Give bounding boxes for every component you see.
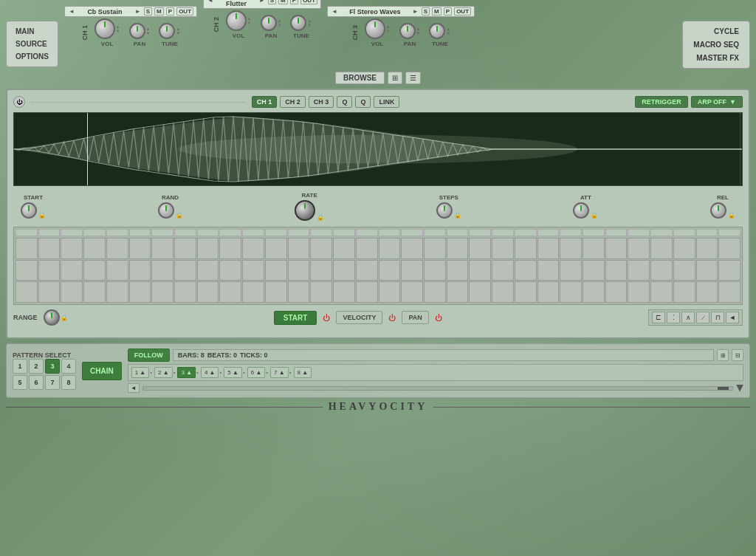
step-cell-81[interactable] [401,281,423,303]
step-cell-28[interactable] [650,238,673,259]
step-cell-70[interactable] [151,281,173,303]
rate-knob[interactable] [295,200,315,221]
pattern-btn-7[interactable]: 7 [45,375,60,390]
step-cell-8[interactable] [197,238,219,259]
step-cell-73[interactable] [219,281,241,303]
step-cell-49[interactable] [401,260,423,281]
follow-button[interactable]: FOLLOW [128,349,170,362]
step-cell-38[interactable] [151,260,173,281]
step-cell-61[interactable] [673,260,695,281]
nav-source[interactable]: SOURCE [13,38,52,49]
step-cell-80[interactable] [379,281,401,303]
step-cell-22[interactable] [515,238,537,259]
step-cell-59[interactable] [628,260,650,281]
rand-knob[interactable] [158,202,174,219]
q1-tab[interactable]: Q [337,96,352,108]
step-cell-11[interactable] [265,238,287,259]
step-cell-5[interactable] [129,238,151,259]
step-cell-85[interactable] [492,281,514,303]
ch1-tune-knob[interactable] [159,23,175,39]
chain-button[interactable]: CHAIN [82,362,122,380]
step-cell-1[interactable] [38,238,61,259]
range-knob[interactable] [44,309,60,326]
step-cell-20[interactable] [469,238,491,259]
step-cell-40[interactable] [197,260,219,281]
ch2-s-btn[interactable]: S [268,0,276,4]
chain-step-btn-1[interactable]: 1 ▲ [131,367,150,378]
step-cell-95[interactable] [718,281,740,303]
pattern-btn-5[interactable]: 5 [13,375,27,390]
ch3-pan-knob[interactable] [399,23,416,39]
step-cell-9[interactable] [219,238,241,259]
step-cell-7[interactable] [174,238,196,259]
step-cell-37[interactable] [129,260,151,281]
waveform-display[interactable] [13,112,743,186]
step-cell-72[interactable] [197,281,219,303]
step-cell-18[interactable] [424,238,446,259]
step-cell-29[interactable] [673,238,695,259]
icon-bracket-left[interactable]: ⊏ [652,312,665,323]
step-cell-75[interactable] [265,281,287,303]
step-cell-2[interactable] [61,238,83,259]
step-cell-64[interactable] [16,281,38,303]
step-cell-83[interactable] [447,281,469,303]
step-cell-92[interactable] [650,281,673,303]
step-cell-71[interactable] [174,281,196,303]
velocity-button[interactable]: VELOCITY [336,311,382,324]
step-cell-68[interactable] [106,281,128,303]
step-cell-30[interactable] [696,238,718,259]
chain-paste-icon[interactable]: ⊟ [732,349,743,361]
ch2-m-btn[interactable]: M [278,0,288,4]
master-fx-btn[interactable]: MASTER FX [690,52,742,64]
step-cell-16[interactable] [379,238,401,259]
retrigger-button[interactable]: RETRIGGER [635,96,688,108]
power-button[interactable]: ⏻ [13,96,25,108]
ch3-tune-knob[interactable] [429,23,445,39]
step-cell-0[interactable] [16,238,38,259]
ch2-pan-knob[interactable] [261,15,277,31]
pattern-btn-6[interactable]: 6 [29,375,44,390]
cycle-btn[interactable]: CYCLE [690,26,742,37]
pattern-btn-1[interactable]: 1 [13,359,27,374]
browse-button[interactable]: BROWSE [335,72,385,84]
ch2-p-btn[interactable]: P [290,0,298,4]
macro-seq-btn[interactable]: MACRO SEQ [690,39,742,50]
step-cell-79[interactable] [356,281,378,303]
step-cell-45[interactable] [310,260,332,281]
ch3-m-btn[interactable]: M [432,7,441,16]
step-cell-26[interactable] [605,238,628,259]
step-cell-46[interactable] [333,260,355,281]
step-cell-47[interactable] [356,260,378,281]
step-cell-43[interactable] [265,260,287,281]
pan-button[interactable]: PAN [402,311,428,324]
chain-step-btn-6[interactable]: 6 ▲ [247,367,266,378]
rel-knob[interactable] [710,202,726,219]
link-tab[interactable]: LINK [374,96,399,108]
step-cell-82[interactable] [424,281,446,303]
step-cell-93[interactable] [673,281,695,303]
chain-step-btn-5[interactable]: 5 ▲ [224,367,242,378]
step-cell-23[interactable] [537,238,560,259]
step-cell-77[interactable] [310,281,332,303]
step-cell-41[interactable] [219,260,241,281]
step-cell-57[interactable] [583,260,605,281]
ch1-out-btn[interactable]: OUT [176,7,193,16]
step-cell-89[interactable] [583,281,605,303]
step-cell-90[interactable] [605,281,628,303]
step-cell-60[interactable] [650,260,673,281]
pattern-btn-4[interactable]: 4 [61,359,76,374]
step-cell-13[interactable] [310,238,332,259]
step-cell-48[interactable] [379,260,401,281]
step-cell-53[interactable] [492,260,514,281]
step-cell-78[interactable] [333,281,355,303]
icon-dots[interactable]: ⁚ [667,312,680,323]
step-cell-52[interactable] [469,260,491,281]
ch1-tab[interactable]: CH 1 [252,96,278,108]
browse-list-icon[interactable]: ☰ [405,72,421,84]
step-cell-24[interactable] [560,238,582,259]
step-cell-91[interactable] [628,281,650,303]
ch3-p-btn[interactable]: P [444,7,452,16]
arp-dropdown[interactable]: ARP OFF ▼ [691,96,743,108]
ch3-tab[interactable]: CH 3 [309,96,334,108]
step-cell-19[interactable] [447,238,469,259]
